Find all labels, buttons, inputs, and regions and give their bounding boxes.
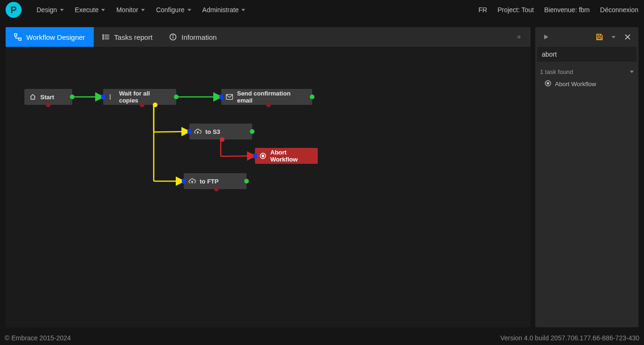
found-header[interactable]: 1 task found [535,65,638,77]
cloud-upload-icon [194,128,202,135]
top-nav-right: FR Project: Tout Bienvenue: fbm Déconnex… [479,6,638,14]
node-abort-label: Abort Workflow [270,149,312,163]
chevron-down-icon [141,9,145,11]
tabs-bar: Workflow Designer Tasks report Informati… [6,27,531,47]
save-button[interactable] [594,32,605,42]
port-in[interactable] [187,129,191,134]
svg-rect-0 [15,34,17,36]
node-send-confirmation-email[interactable]: Send confirmation email [221,89,312,105]
version-label: Version 4.0 build 2057.706.177.66-886-72… [500,334,639,342]
port-out-error[interactable] [266,103,271,107]
port-out-error[interactable] [220,137,225,142]
side-panel-toolbar [535,27,638,47]
svg-rect-1 [19,38,21,40]
port-out-success[interactable] [244,179,249,184]
info-icon [169,33,177,41]
port-out-success[interactable] [250,129,255,134]
panel-toggle-icon[interactable] [514,32,524,42]
node-wait-label: Wait for all copies [119,90,171,104]
tab-workflow-designer[interactable]: Workflow Designer [6,27,94,47]
port-in[interactable] [182,179,186,184]
node-abort-workflow[interactable]: Abort Workflow [255,148,318,164]
port-in[interactable] [101,95,105,99]
tab-information[interactable]: Information [161,27,225,47]
mail-icon [226,93,233,101]
top-nav: P Design Execute Monitor Configure Admin… [0,0,644,20]
svg-point-7 [103,38,104,39]
tabs-right [514,27,531,47]
chevron-down-icon [101,9,105,11]
stop-icon [545,80,551,88]
workflow-canvas[interactable]: Start Wait for all copies [6,47,531,327]
workspace: Workflow Designer Tasks report Informati… [6,27,531,327]
drag-handle-icon [108,93,115,101]
menu-administrate[interactable]: Administrate [198,3,250,16]
menu-execute-label: Execute [75,6,99,14]
menu-configure-label: Configure [156,6,185,14]
node-to-ftp[interactable]: to FTP [184,173,247,189]
svg-point-18 [262,155,264,157]
node-wait-for-all-copies[interactable]: Wait for all copies [103,89,176,105]
chevron-down-icon [612,36,615,38]
svg-point-13 [110,95,111,96]
node-start-label: Start [40,94,54,101]
copyright-label: © Embrace 2015-2024 [5,334,71,342]
cloud-upload-icon [188,177,196,185]
port-in[interactable] [219,95,223,99]
port-out-success[interactable] [310,95,315,99]
node-email-label: Send confirmation email [237,90,307,104]
port-out-success[interactable] [70,95,75,99]
tab-tasks-report[interactable]: Tasks report [94,27,161,47]
svg-point-15 [110,98,111,100]
logo-letter: P [10,5,16,15]
port-out-error[interactable] [140,103,144,107]
footer: © Embrace 2015-2024 Version 4.0 build 20… [0,331,644,345]
tab-workflow-designer-label: Workflow Designer [26,33,85,41]
chevron-down-icon [241,9,245,11]
node-start[interactable]: Start [24,89,72,105]
node-to-ftp-label: to FTP [200,178,218,185]
main-area: Workflow Designer Tasks report Informati… [6,27,638,327]
node-to-s3[interactable]: to S3 [189,124,252,139]
svg-point-10 [173,35,173,36]
chevron-down-icon [630,71,634,73]
port-out-error[interactable] [214,187,219,191]
task-search-input[interactable] [537,47,637,62]
svg-point-23 [547,82,549,84]
menu-design-label: Design [37,6,57,14]
chevron-down-icon [60,9,64,11]
list-icon [102,33,110,41]
found-item-abort-workflow[interactable]: Abort Workflow [535,77,638,91]
close-panel-button[interactable] [622,32,633,42]
lang-switch[interactable]: FR [479,6,487,14]
menu-monitor-label: Monitor [116,6,138,14]
found-item-label: Abort Workflow [555,81,596,88]
save-dropdown[interactable] [608,32,619,42]
menu-execute[interactable]: Execute [70,3,110,16]
menu-design[interactable]: Design [32,3,68,16]
menu-monitor[interactable]: Monitor [112,3,150,16]
svg-rect-11 [518,36,520,38]
tab-information-label: Information [181,33,217,41]
svg-rect-19 [598,37,601,39]
port-out-branch[interactable] [153,103,157,107]
home-icon [29,93,37,101]
stop-icon [260,152,267,160]
tab-tasks-report-label: Tasks report [114,33,153,41]
svg-point-6 [103,37,104,37]
run-button[interactable] [541,32,551,42]
svg-point-14 [110,96,111,98]
found-header-label: 1 task found [540,68,573,75]
welcome-label: Bienvenue: fbm [544,6,590,14]
search-row [535,47,638,65]
menu-configure[interactable]: Configure [151,3,196,16]
app-logo[interactable]: P [6,2,22,18]
side-panel: 1 task found Abort Workflow [535,27,638,327]
svg-point-5 [103,35,104,36]
logout-link[interactable]: Déconnexion [600,6,638,14]
port-out-success[interactable] [174,95,179,99]
port-out-error[interactable] [46,103,51,107]
project-label[interactable]: Project: Tout [497,6,534,14]
chevron-down-icon [187,9,191,11]
port-in[interactable] [253,154,257,158]
